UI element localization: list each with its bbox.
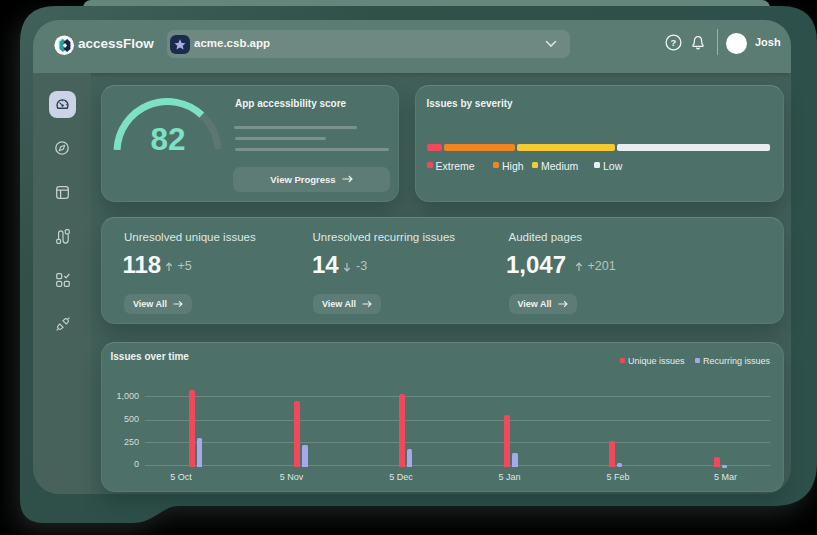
- svg-text:?: ?: [671, 37, 677, 48]
